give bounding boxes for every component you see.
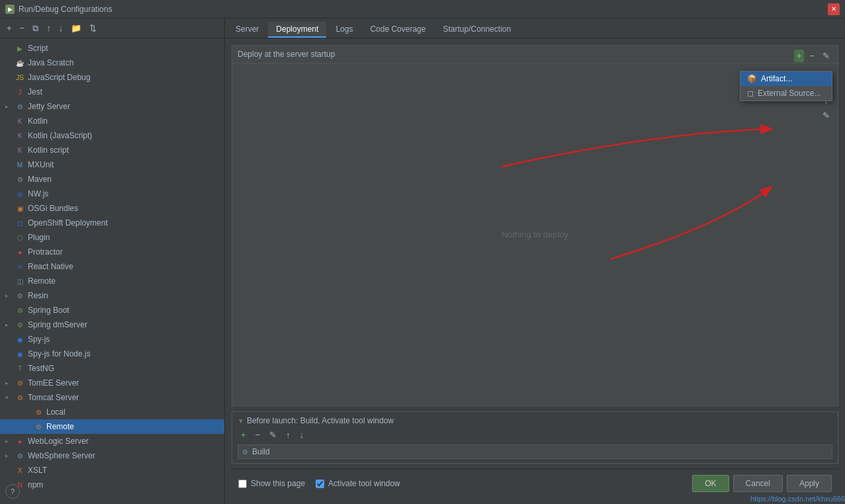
before-launch-header: ▼ Before launch: Build, Activate tool wi… [238, 416, 832, 425]
sort-button[interactable]: ⇅ [87, 22, 99, 34]
tree-item-testng[interactable]: TTestNG [0, 361, 224, 376]
dropdown-item-artifact[interactable]: 📦 Artifact... [740, 71, 832, 86]
app-icon: ▶ [5, 5, 15, 14]
tree-item-java-scratch[interactable]: ☕Java Scratch [0, 56, 224, 70]
item-icon: ⚙ [15, 290, 25, 301]
tree-item-protractor[interactable]: ●Protractor [0, 245, 224, 259]
tree-item-tomcat[interactable]: ▾⚙Tomcat Server [0, 390, 224, 405]
tree-item-kotlin-js[interactable]: KKotlin (JavaScript) [0, 128, 224, 143]
tab-startup[interactable]: Startup/Connection [435, 22, 519, 38]
item-label: Script [28, 44, 48, 53]
item-icon: K [15, 116, 25, 126]
item-icon: ⚙ [15, 319, 25, 330]
item-label: OSGi Bundles [28, 204, 78, 213]
remove-config-button[interactable]: − [17, 22, 28, 34]
tree-item-nwjs[interactable]: ◎NW.js [0, 187, 224, 201]
tree-item-jetty-server[interactable]: ▸⚙Jetty Server [0, 99, 224, 114]
item-icon: ⚙ [15, 305, 25, 315]
item-icon: ⚙ [15, 392, 25, 403]
tree-item-websphere[interactable]: ▸⚙WebSphere Server [0, 448, 224, 463]
expand-icon: ▸ [5, 321, 15, 328]
item-icon: ▶ [15, 43, 25, 54]
tree-item-openshift[interactable]: ◻OpenShift Deployment [0, 216, 224, 230]
bottom-bar: Show this page Activate tool window OK C… [232, 469, 838, 497]
item-label: npm [28, 480, 43, 489]
collapse-icon[interactable]: ▼ [238, 417, 244, 425]
ok-button[interactable]: OK [692, 475, 729, 492]
item-label: Maven [28, 175, 52, 184]
item-label: Kotlin (JavaScript) [28, 131, 92, 140]
before-launch-add[interactable]: + [238, 429, 249, 441]
tree-item-tomcat-remote[interactable]: ⚙Remote [0, 419, 224, 434]
item-label: XSLT [28, 466, 47, 475]
item-icon: ◎ [15, 189, 25, 199]
activate-tool-checkbox[interactable] [316, 480, 324, 488]
tab-logs[interactable]: Logs [328, 22, 361, 38]
before-launch-section: ▼ Before launch: Build, Activate tool wi… [232, 411, 838, 464]
help-button[interactable]: ? [5, 484, 20, 499]
deploy-remove-button[interactable]: − [807, 50, 817, 62]
tree-item-spring-dmserver[interactable]: ▸⚙Spring dmServer [0, 317, 224, 332]
before-launch-remove[interactable]: − [252, 429, 264, 441]
cancel-button[interactable]: Cancel [733, 475, 783, 492]
tree-item-xslt[interactable]: XXSLT [0, 463, 224, 478]
build-item: ⚙ Build [238, 444, 832, 459]
item-label: NW.js [28, 189, 48, 198]
before-launch-edit[interactable]: ✎ [266, 429, 280, 441]
tree-item-kotlin[interactable]: KKotlin [0, 114, 224, 128]
item-icon: ◉ [15, 349, 25, 359]
dropdown-item-external[interactable]: ◻ External Source... [740, 86, 832, 101]
tree-item-spy-js[interactable]: ◉Spy-js [0, 332, 224, 347]
tree-item-tomcat-local[interactable]: ⚙Local [0, 405, 224, 419]
tree-item-mxunit[interactable]: MMXUnit [0, 157, 224, 172]
item-label: Resin [28, 291, 48, 300]
deploy-header-label: Deploy at the server startup [238, 50, 335, 59]
item-icon: ◫ [15, 276, 25, 286]
item-icon: J [15, 87, 25, 97]
tree-item-remote[interactable]: ◫Remote [0, 274, 224, 288]
tree-item-jest[interactable]: JJest [0, 85, 224, 99]
apply-button[interactable]: Apply [787, 475, 832, 492]
item-label: JavaScript Debug [28, 73, 91, 82]
deploy-edit-button[interactable]: ✎ [820, 50, 832, 62]
move-down-button[interactable]: ↓ [56, 22, 66, 34]
tab-server[interactable]: Server [228, 22, 267, 38]
expand-icon: ▸ [5, 452, 15, 459]
copy-config-button[interactable]: ⧉ [30, 22, 41, 35]
tree-item-tomee[interactable]: ▸⚙TomEE Server [0, 376, 224, 390]
tree-item-script[interactable]: ▶Script [0, 41, 224, 56]
tree-item-osgi[interactable]: ▣OSGi Bundles [0, 201, 224, 216]
deploy-section: Deploy at the server startup + − ✎ Nothi… [232, 45, 838, 406]
move-up-button[interactable]: ↑ [44, 22, 54, 34]
deploy-edit-side-button[interactable]: ✎ [820, 109, 832, 122]
right-content: Deploy at the server startup + − ✎ Nothi… [225, 38, 845, 504]
tree-item-plugin[interactable]: ⬡Plugin [0, 230, 224, 245]
item-icon: ● [15, 247, 25, 257]
item-label: Java Scratch [28, 58, 73, 67]
before-launch-down[interactable]: ↓ [296, 429, 308, 441]
item-icon: ⚙ [33, 421, 44, 432]
deploy-add-button[interactable]: + [794, 50, 805, 62]
tab-code-coverage[interactable]: Code Coverage [362, 22, 433, 38]
tab-bar: Server Deployment Logs Code Coverage Sta… [225, 19, 845, 38]
before-launch-label: Before launch: Build, Activate tool wind… [247, 416, 394, 425]
tree-item-resin[interactable]: ▸⚙Resin [0, 288, 224, 303]
tree-item-spring-boot[interactable]: ⚙Spring Boot [0, 303, 224, 317]
tree-item-npm[interactable]: Nnpm [0, 478, 224, 492]
tree-item-kotlin-script[interactable]: KKotlin script [0, 143, 224, 157]
tree-item-weblogic[interactable]: ▸●WebLogic Server [0, 434, 224, 448]
expand-icon: ▸ [5, 380, 15, 386]
tree-item-spy-js-node[interactable]: ◉Spy-js for Node.js [0, 347, 224, 361]
add-config-button[interactable]: + [4, 22, 15, 34]
item-label: Tomcat Server [28, 393, 79, 402]
tree-item-javascript-debug[interactable]: JSJavaScript Debug [0, 70, 224, 85]
tree-item-maven[interactable]: ⚙Maven [0, 172, 224, 187]
tab-deployment[interactable]: Deployment [268, 22, 326, 38]
before-launch-toolbar: + − ✎ ↑ ↓ [238, 429, 832, 441]
folder-button[interactable]: 📁 [68, 22, 84, 34]
close-button[interactable]: ✕ [828, 3, 840, 15]
before-launch-up[interactable]: ↑ [283, 429, 294, 441]
tree-item-react-native[interactable]: ⚛React Native [0, 259, 224, 274]
show-page-row: Show this page [238, 479, 305, 488]
show-page-checkbox[interactable] [238, 480, 247, 488]
